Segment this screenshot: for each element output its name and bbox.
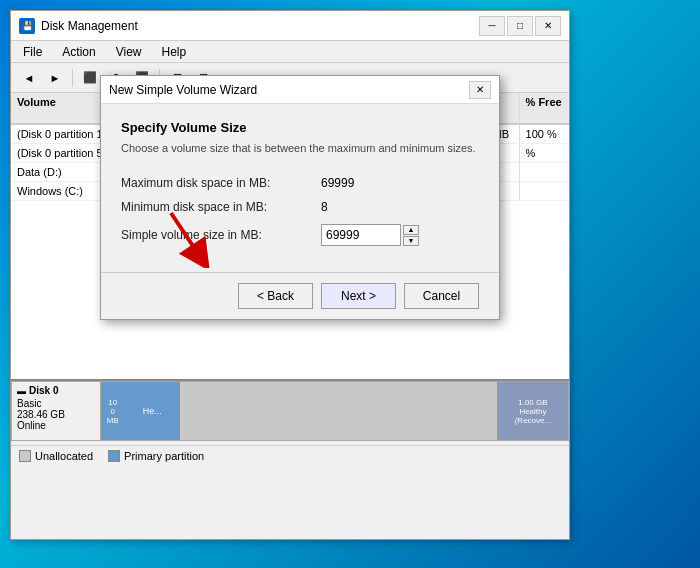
title-bar: 💾 Disk Management ─ □ ✕ (11, 11, 569, 41)
disk-status: Online (17, 420, 95, 431)
legend-primary: Primary partition (108, 450, 204, 462)
disk-type: Basic (17, 398, 95, 409)
new-simple-volume-dialog: New Simple Volume Wizard ✕ Specify Volum… (100, 75, 500, 320)
dialog-titlebar: New Simple Volume Wizard ✕ (101, 76, 499, 104)
partition-system[interactable]: 100MB (101, 382, 124, 440)
menu-help[interactable]: Help (154, 43, 195, 61)
toolbar-btn-1[interactable]: ⬛ (78, 67, 102, 89)
partition-recovery[interactable]: 1.00 GBHealthy(Recove... (498, 382, 568, 440)
spinner-up-button[interactable]: ▲ (403, 225, 419, 235)
back-button[interactable]: ◄ (17, 67, 41, 89)
dialog-body: Specify Volume Size Choose a volume size… (101, 104, 499, 272)
disk-legend: Unallocated Primary partition (11, 445, 569, 466)
maximize-button[interactable]: □ (507, 16, 533, 36)
dialog-close-button[interactable]: ✕ (469, 81, 491, 99)
volume-size-input[interactable] (321, 224, 401, 246)
minimize-button[interactable]: ─ (479, 16, 505, 36)
partition-unallocated[interactable] (180, 382, 498, 440)
window-icon: 💾 (19, 18, 35, 34)
volume-size-label: Simple volume size in MB: (121, 228, 321, 242)
dialog-footer: < Back Next > Cancel (101, 272, 499, 319)
form-row-max: Maximum disk space in MB: 69999 (121, 176, 479, 190)
spinner-down-button[interactable]: ▼ (403, 236, 419, 246)
window-controls: ─ □ ✕ (479, 16, 561, 36)
disk-size: 238.46 GB (17, 409, 95, 420)
disk-name: Disk 0 (29, 385, 58, 396)
disk-row-0: ▬ Disk 0 Basic 238.46 GB Online 100MB He… (11, 381, 569, 441)
window-title: Disk Management (41, 19, 473, 33)
next-button[interactable]: Next > (321, 283, 396, 309)
cell-pct: 100 % (520, 125, 569, 143)
legend-unallocated-label: Unallocated (35, 450, 93, 462)
form-row-size: Simple volume size in MB: ▲ ▼ (121, 224, 479, 246)
back-button[interactable]: < Back (238, 283, 313, 309)
menu-action[interactable]: Action (54, 43, 103, 61)
form-row-min: Minimum disk space in MB: 8 (121, 200, 479, 214)
cell-pct (520, 163, 569, 181)
dialog-heading: Specify Volume Size (121, 120, 479, 135)
legend-unallocated-box (19, 450, 31, 462)
menu-bar: File Action View Help (11, 41, 569, 63)
disk-label: ▬ Disk 0 Basic 238.46 GB Online (11, 381, 101, 441)
dialog-subtext: Choose a volume size that is between the… (121, 141, 479, 156)
min-disk-label: Minimum disk space in MB: (121, 200, 321, 214)
min-disk-value: 8 (321, 200, 328, 214)
menu-file[interactable]: File (15, 43, 50, 61)
menu-view[interactable]: View (108, 43, 150, 61)
toolbar-separator (72, 69, 73, 87)
cell-pct (520, 182, 569, 200)
header-pct-free: % Free (520, 93, 569, 123)
spinner-buttons: ▲ ▼ (403, 225, 419, 246)
legend-unallocated: Unallocated (19, 450, 93, 462)
volume-size-input-group: ▲ ▼ (321, 224, 419, 246)
forward-button[interactable]: ► (43, 67, 67, 89)
cell-pct: % (520, 144, 569, 162)
max-disk-value: 69999 (321, 176, 354, 190)
disk-graphical-area: ▬ Disk 0 Basic 238.46 GB Online 100MB He… (11, 379, 569, 539)
dialog-title: New Simple Volume Wizard (109, 83, 463, 97)
close-button[interactable]: ✕ (535, 16, 561, 36)
legend-primary-box (108, 450, 120, 462)
legend-primary-label: Primary partition (124, 450, 204, 462)
disk-partitions: 100MB He... 1.00 GBHealthy(Recove... (101, 381, 569, 441)
max-disk-label: Maximum disk space in MB: (121, 176, 321, 190)
cancel-button[interactable]: Cancel (404, 283, 479, 309)
partition-he[interactable]: He... (124, 382, 180, 440)
